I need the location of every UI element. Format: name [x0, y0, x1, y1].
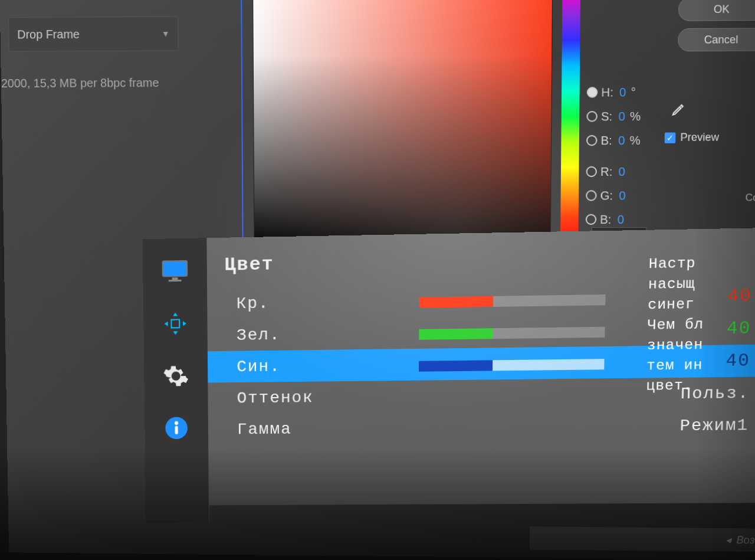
blue-slider[interactable]: [419, 359, 605, 372]
frame-size-info: 2000, 15,3 MB per 8bpc frame: [1, 76, 159, 90]
nav-back-icon: ◂: [725, 533, 730, 546]
hue-radio[interactable]: [587, 87, 598, 97]
osd-tab-display[interactable]: [157, 256, 193, 286]
cancel-button[interactable]: Cancel: [678, 28, 755, 51]
green-slider[interactable]: [419, 327, 605, 340]
svg-rect-3: [171, 320, 179, 328]
g-radio[interactable]: [586, 190, 596, 201]
svg-rect-1: [172, 277, 178, 280]
osd-tab-settings[interactable]: [159, 361, 193, 391]
drop-frame-select[interactable]: Drop Frame ▼: [8, 16, 179, 51]
bri-row[interactable]: B: 0 %: [586, 128, 641, 152]
b-radio[interactable]: [586, 214, 596, 225]
cop-label: Cop: [745, 192, 755, 204]
svg-rect-5: [175, 426, 178, 434]
eyedropper-icon[interactable]: [671, 101, 687, 117]
arrows-icon: [161, 309, 191, 338]
color-field[interactable]: [252, 0, 553, 243]
svg-rect-2: [169, 280, 182, 281]
nav-strip: ◂ Boз: [530, 526, 755, 552]
hue-row[interactable]: H: 0 °: [587, 80, 641, 104]
hue-slider[interactable]: [560, 0, 580, 242]
color-readouts: H: 0 ° S: 0 % B: 0 % R: 0 G: 0 B: [586, 80, 641, 231]
svg-point-6: [175, 421, 178, 425]
gear-icon: [162, 362, 189, 389]
r-radio[interactable]: [586, 166, 597, 177]
g-row[interactable]: G: 0: [586, 184, 640, 208]
ok-button[interactable]: OK: [678, 0, 755, 21]
red-slider[interactable]: [419, 294, 606, 308]
drop-frame-label: Drop Frame: [17, 27, 80, 41]
osd-tab-position[interactable]: [158, 309, 193, 338]
bri-radio[interactable]: [586, 135, 598, 146]
check-icon: ✓: [665, 132, 676, 143]
osd-row-gamma[interactable]: Гамма Режим1: [208, 409, 755, 445]
monitor-osd-overlay: Цвет Кр. 40 Зел. 40 Син. 40 Оттенок Поль…: [143, 228, 755, 517]
sat-radio[interactable]: [586, 111, 598, 122]
osd-description: НастрнасыщсинегЧем блзначентем инцвет.: [646, 252, 755, 397]
chevron-down-icon: ▼: [162, 29, 170, 38]
osd-tab-info[interactable]: [159, 414, 194, 443]
osd-tab-bar: [143, 238, 210, 522]
preview-checkbox[interactable]: ✓ Preview: [665, 131, 720, 144]
svg-rect-0: [163, 261, 188, 277]
r-row[interactable]: R: 0: [586, 159, 640, 184]
info-icon: [164, 416, 188, 440]
sat-row[interactable]: S: 0 %: [586, 104, 641, 129]
